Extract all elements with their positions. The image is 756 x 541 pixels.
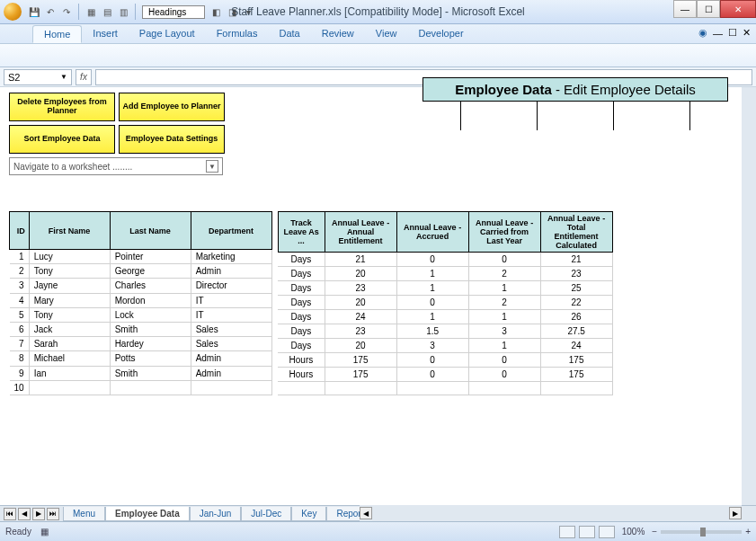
cell[interactable]: Pointer: [110, 250, 191, 264]
cell[interactable]: 1: [468, 281, 540, 296]
col-header[interactable]: ID: [10, 212, 30, 250]
navigate-worksheet-combo[interactable]: Navigate to a worksheet ........ ▼: [9, 157, 223, 175]
minimize-ribbon-icon[interactable]: —: [713, 28, 723, 39]
sheet-tab-menu[interactable]: Menu: [63, 507, 105, 521]
cell[interactable]: 2: [468, 296, 540, 310]
zoom-percent[interactable]: 100%: [618, 527, 649, 537]
cell[interactable]: 3: [396, 339, 468, 353]
col-header[interactable]: Annual Leave - Annual Entitlement: [325, 212, 396, 253]
cell[interactable]: [29, 380, 110, 395]
cell[interactable]: Days: [278, 267, 325, 281]
cell[interactable]: Smith: [110, 322, 191, 336]
scroll-right-icon[interactable]: ▶: [729, 507, 742, 519]
cell[interactable]: Days: [278, 339, 325, 353]
table-row[interactable]: 10: [10, 380, 272, 395]
cell[interactable]: Days: [278, 253, 325, 267]
tab-nav-next-icon[interactable]: ▶: [32, 508, 45, 520]
table-row[interactable]: Days231.5327.5: [278, 324, 612, 339]
col-header[interactable]: Last Name: [110, 212, 191, 250]
redo-icon[interactable]: ↷: [59, 4, 74, 19]
cell[interactable]: 1.5: [396, 324, 468, 339]
cell[interactable]: 21: [540, 253, 612, 267]
horizontal-scrollbar[interactable]: ◀ ▶: [360, 505, 742, 521]
cell[interactable]: Charles: [110, 279, 191, 293]
cell[interactable]: 0: [396, 368, 468, 382]
cell[interactable]: Sales: [191, 337, 271, 351]
cell[interactable]: 24: [325, 310, 396, 324]
cell[interactable]: Director: [191, 279, 271, 293]
table-row[interactable]: Hours17500175: [278, 353, 612, 368]
page-layout-view-button[interactable]: [579, 526, 595, 538]
cell[interactable]: Sarah: [29, 337, 110, 351]
cell[interactable]: 175: [540, 353, 612, 368]
table-row[interactable]: 1LucyPointerMarketing: [10, 250, 272, 264]
cell[interactable]: Mordon: [110, 293, 191, 307]
sheet-tab-key[interactable]: Key: [291, 507, 326, 521]
col-header[interactable]: First Name: [29, 212, 110, 250]
cell[interactable]: 26: [540, 310, 612, 324]
cell[interactable]: Lock: [110, 307, 191, 322]
cell[interactable]: Hours: [278, 353, 325, 368]
table-row[interactable]: 9IanSmithAdmin: [10, 366, 272, 380]
cell[interactable]: 27.5: [540, 324, 612, 339]
ribbon-tab-developer[interactable]: Developer: [407, 25, 474, 43]
cell[interactable]: 1: [468, 310, 540, 324]
cell[interactable]: George: [110, 264, 191, 279]
zoom-out-button[interactable]: −: [652, 527, 657, 537]
delete-employees-button[interactable]: Delete Employees from Planner: [9, 93, 115, 121]
cell[interactable]: 22: [540, 296, 612, 310]
table-row[interactable]: Days203124: [278, 339, 612, 353]
qat-icon[interactable]: ▥: [116, 4, 130, 19]
ribbon-tab-view[interactable]: View: [365, 25, 408, 43]
cell[interactable]: 8: [10, 351, 30, 366]
table-row[interactable]: 3JayneCharlesDirector: [10, 279, 272, 293]
table-row[interactable]: Days241126: [278, 310, 612, 324]
cell[interactable]: [278, 382, 325, 395]
cell[interactable]: Tony: [29, 264, 110, 279]
table-row[interactable]: Days201223: [278, 267, 612, 281]
cell[interactable]: Tony: [29, 307, 110, 322]
cell[interactable]: 20: [325, 296, 396, 310]
cell[interactable]: Michael: [29, 351, 110, 366]
cell[interactable]: [540, 382, 612, 395]
cell[interactable]: 0: [396, 253, 468, 267]
chevron-down-icon[interactable]: ▼: [60, 73, 67, 81]
restore-window-icon[interactable]: ☐: [728, 27, 737, 39]
cell[interactable]: 23: [540, 267, 612, 281]
cell[interactable]: 175: [540, 368, 612, 382]
cell[interactable]: 3: [10, 279, 30, 293]
cell[interactable]: 1: [396, 310, 468, 324]
normal-view-button[interactable]: [559, 526, 575, 538]
cell[interactable]: 1: [468, 339, 540, 353]
cell[interactable]: IT: [191, 307, 271, 322]
employee-table-left[interactable]: IDFirst NameLast NameDepartment 1LucyPoi…: [9, 211, 272, 395]
cell[interactable]: 23: [325, 281, 396, 296]
cell[interactable]: Hardey: [110, 337, 191, 351]
sort-employee-button[interactable]: Sort Employee Data: [9, 125, 115, 154]
table-row[interactable]: Days210021: [278, 253, 612, 267]
cell[interactable]: 23: [325, 324, 396, 339]
cell[interactable]: 1: [396, 281, 468, 296]
cell[interactable]: Hours: [278, 368, 325, 382]
chevron-down-icon[interactable]: ▼: [206, 160, 218, 173]
page-break-view-button[interactable]: [599, 526, 615, 538]
scroll-left-icon[interactable]: ◀: [360, 507, 372, 519]
add-employee-button[interactable]: Add Employee to Planner: [119, 93, 225, 121]
employee-settings-button[interactable]: Employee Data Settings: [119, 125, 225, 154]
cell[interactable]: 5: [10, 307, 30, 322]
headings-input[interactable]: [142, 5, 205, 19]
cell[interactable]: 2: [468, 267, 540, 281]
cell[interactable]: 175: [325, 353, 396, 368]
undo-icon[interactable]: ↶: [43, 4, 58, 19]
table-row[interactable]: 7SarahHardeySales: [10, 337, 272, 351]
close-workbook-icon[interactable]: ✕: [743, 27, 751, 39]
sheet-tab-jan-jun[interactable]: Jan-Jun: [190, 507, 242, 521]
qat-icon[interactable]: ◧: [209, 4, 223, 19]
zoom-slider[interactable]: [661, 530, 742, 534]
cell[interactable]: Potts: [110, 351, 191, 366]
col-header[interactable]: Track Leave As ...: [278, 212, 325, 253]
table-row[interactable]: 2TonyGeorgeAdmin: [10, 264, 272, 279]
col-header[interactable]: Department: [191, 212, 271, 250]
cell[interactable]: [191, 380, 271, 395]
cell[interactable]: 7: [10, 337, 30, 351]
